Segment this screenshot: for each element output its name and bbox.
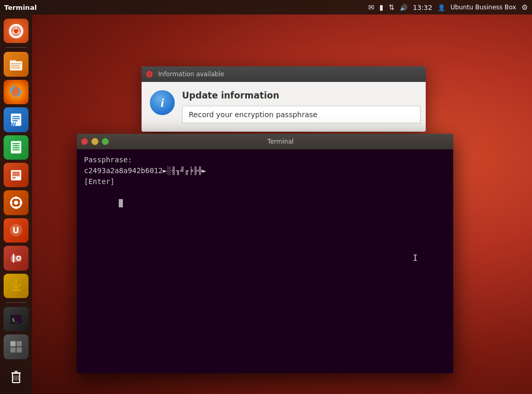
- terminal-body[interactable]: Passphrase: c2493a2a8a942b6012►░╢╖╝╓╞╟╬►…: [77, 149, 453, 373]
- launcher-item-ubuntu-one[interactable]: U: [4, 218, 29, 243]
- panel-app-name: Terminal: [4, 4, 37, 11]
- svg-text:W: W: [10, 122, 16, 128]
- settings-icon[interactable]: [521, 3, 528, 11]
- svg-rect-29: [10, 202, 12, 204]
- svg-text:U: U: [12, 226, 19, 235]
- panel-username[interactable]: Ubuntu Business Box: [451, 4, 516, 11]
- svg-rect-7: [11, 63, 21, 64]
- svg-rect-36: [11, 289, 21, 291]
- svg-rect-27: [15, 196, 17, 199]
- info-dialog-heading: Update information: [182, 90, 421, 101]
- info-icon: i: [150, 90, 175, 115]
- terminal-window: Terminal Passphrase: c2493a2a8a942b6012►…: [77, 134, 453, 373]
- svg-text:$_: $_: [12, 317, 18, 322]
- svg-rect-28: [15, 206, 17, 209]
- info-dialog-titlebar: ✕ Information available: [142, 66, 426, 82]
- mail-icon[interactable]: [368, 3, 374, 11]
- network-icon[interactable]: [388, 3, 395, 11]
- terminal-enter-line: [Enter]: [84, 176, 446, 187]
- svg-rect-12: [12, 116, 20, 117]
- panel-time: 13:32: [413, 4, 432, 11]
- launcher-item-app-manager[interactable]: [4, 190, 29, 215]
- launcher-item-libreoffice-impress[interactable]: [4, 163, 29, 187]
- svg-rect-9: [11, 67, 20, 68]
- svg-rect-14: [12, 120, 18, 121]
- terminal-title: Terminal: [112, 138, 449, 145]
- terminal-titlebar: Terminal: [77, 134, 453, 149]
- info-dialog-body: i Update information Record your encrypt…: [142, 82, 426, 132]
- launcher-separator: [6, 47, 26, 48]
- launcher-item-ubuntu-home[interactable]: [4, 19, 29, 43]
- terminal-ibeam-cursor: I: [413, 253, 418, 263]
- terminal-cursor: [119, 199, 123, 207]
- panel-right-area: 13:32 Ubuntu Business Box: [368, 3, 528, 11]
- info-dialog-close-button[interactable]: ✕: [146, 71, 153, 78]
- launcher-separator-2: [6, 302, 26, 303]
- svg-rect-46: [15, 371, 18, 372]
- terminal-passphrase-label: Passphrase:: [84, 154, 446, 165]
- launcher-item-trash[interactable]: [4, 365, 29, 390]
- info-dialog-content: Update information Record your encryptio…: [182, 90, 421, 123]
- terminal-maximize-button[interactable]: [102, 138, 109, 145]
- svg-rect-40: [10, 341, 16, 346]
- terminal-passphrase-value: c2493a2a8a942b6012►░╢╖╝╓╞╟╬►: [84, 165, 446, 176]
- terminal-close-button[interactable]: [81, 138, 88, 145]
- launcher-item-system-tools[interactable]: [4, 246, 29, 270]
- svg-rect-42: [10, 347, 16, 353]
- svg-rect-41: [17, 341, 22, 346]
- launcher-item-libreoffice-calc[interactable]: [4, 135, 29, 160]
- launcher-item-terminal[interactable]: $_: [4, 307, 29, 331]
- svg-rect-6: [10, 60, 16, 62]
- battery-icon: [380, 3, 384, 11]
- svg-point-3: [18, 32, 20, 34]
- svg-rect-45: [11, 372, 21, 374]
- info-dialog-title: Information available: [158, 71, 224, 78]
- svg-rect-23: [12, 172, 20, 176]
- svg-point-35: [18, 257, 20, 259]
- launcher: W: [0, 15, 32, 394]
- launcher-item-download-manager[interactable]: [4, 274, 29, 298]
- launcher-item-files[interactable]: [4, 52, 29, 76]
- volume-icon[interactable]: [400, 3, 408, 11]
- top-panel: Terminal 13:32 Ubuntu Business Box: [0, 0, 532, 15]
- svg-point-2: [15, 27, 17, 29]
- svg-rect-43: [17, 347, 22, 353]
- svg-rect-30: [20, 202, 22, 204]
- info-dialog-record-label: Record your encryption passphrase: [182, 106, 421, 123]
- launcher-item-libreoffice-writer[interactable]: W: [4, 107, 29, 132]
- svg-rect-24: [12, 177, 16, 178]
- info-dialog: ✕ Information available i Update informa…: [142, 66, 426, 132]
- launcher-item-workspace-switcher[interactable]: [4, 334, 29, 359]
- desktop: Terminal 13:32 Ubuntu Business Box: [0, 0, 532, 394]
- user-icon: [438, 3, 445, 11]
- terminal-cursor-line: [84, 187, 446, 220]
- svg-point-26: [14, 201, 18, 205]
- terminal-minimize-button[interactable]: [91, 138, 99, 145]
- svg-point-4: [12, 32, 15, 34]
- launcher-item-firefox[interactable]: [4, 80, 29, 104]
- svg-rect-8: [11, 65, 19, 66]
- svg-rect-13: [12, 118, 20, 119]
